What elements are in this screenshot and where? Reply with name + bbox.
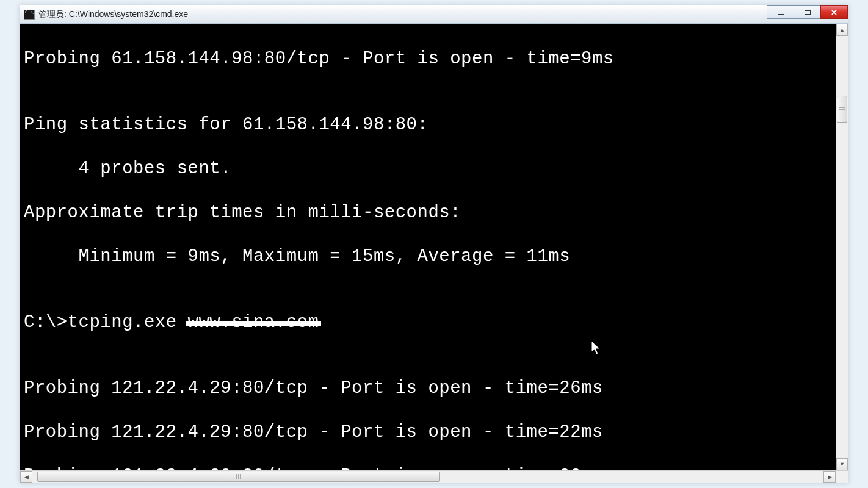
- vertical-scroll-track[interactable]: [836, 36, 848, 458]
- scroll-up-button[interactable]: ▲: [836, 24, 848, 36]
- titlebar[interactable]: 管理员: C:\Windows\system32\cmd.exe: [20, 5, 848, 24]
- window-title: 管理员: C:\Windows\system32\cmd.exe: [38, 9, 188, 20]
- vertical-scroll-thumb[interactable]: [837, 96, 847, 123]
- scroll-left-button[interactable]: ◀: [20, 471, 32, 483]
- cmd-icon: [24, 10, 35, 20]
- window-controls: [767, 5, 848, 19]
- redacted-hostname: www.sina.com: [188, 312, 319, 334]
- scroll-right-button[interactable]: ▶: [823, 471, 836, 483]
- horizontal-scroll-thumb[interactable]: [37, 472, 440, 482]
- scroll-corner: [836, 470, 848, 483]
- maximize-icon: [805, 10, 811, 15]
- minimize-button[interactable]: [767, 5, 794, 19]
- console-output[interactable]: Probing 61.158.144.98:80/tcp - Port is o…: [20, 24, 836, 483]
- output-line: Probing 121.22.4.29:80/tcp - Port is ope…: [24, 378, 832, 400]
- horizontal-scroll-track[interactable]: [32, 471, 823, 483]
- output-line: Probing 61.158.144.98:80/tcp - Port is o…: [24, 48, 832, 70]
- output-line: Approximate trip times in milli-seconds:: [24, 202, 832, 224]
- command-line: C:\>tcping.exe www.sina.com: [24, 312, 832, 334]
- horizontal-scrollbar[interactable]: ◀ ▶: [20, 470, 836, 483]
- close-icon: [831, 8, 837, 17]
- scroll-down-button[interactable]: ▼: [836, 458, 848, 470]
- minimize-icon: [778, 13, 784, 15]
- console-area: Probing 61.158.144.98:80/tcp - Port is o…: [20, 24, 848, 483]
- output-line: 4 probes sent.: [24, 158, 832, 180]
- output-line: Probing 121.22.4.29:80/tcp - Port is ope…: [24, 422, 832, 443]
- output-line: Minimum = 9ms, Maximum = 15ms, Average =…: [24, 246, 832, 268]
- prompt-prefix: C:\>tcping.exe: [24, 312, 188, 332]
- close-button[interactable]: [820, 5, 848, 19]
- cmd-window: 管理员: C:\Windows\system32\cmd.exe Probing…: [20, 5, 848, 483]
- output-line: Ping statistics for 61.158.144.98:80:: [24, 114, 832, 136]
- maximize-button[interactable]: [794, 5, 821, 19]
- vertical-scrollbar[interactable]: ▲ ▼: [836, 24, 848, 483]
